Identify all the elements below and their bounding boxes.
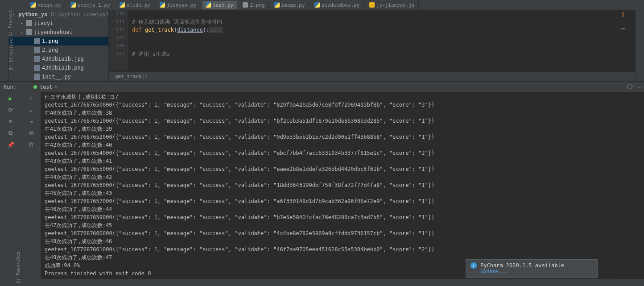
soft-wrap-icon[interactable]: ⇥ <box>28 118 35 125</box>
editor-tab[interactable]: image.py <box>271 1 309 9</box>
code-comment: # 调用js生成w <box>132 51 169 57</box>
notification-balloon[interactable]: i PyCharm 2020.1.5 available Update... <box>466 259 598 278</box>
console-line: geetest_1677687660000({"success": 1, "me… <box>45 229 640 237</box>
console-line: geetest_1677687661000({"success": 1, "me… <box>45 245 640 253</box>
console-line: geetest_1677687656000({"success": 1, "me… <box>45 181 640 189</box>
code-comment: # 传入缺口距离 返回轨迹和滑动时间 <box>132 19 222 25</box>
project-tree[interactable]: ▾ python_yx D:\python_code\python ▸jiaoy… <box>9 10 109 81</box>
editor-tabs: nbeqo.pyexecjs_1.pyslide.pyjianyan.pytes… <box>0 0 644 10</box>
tree-item[interactable]: 4303b1a1b.jpg <box>9 54 108 63</box>
project-name: python_yx <box>18 11 47 17</box>
function-name: get_track <box>145 27 174 33</box>
tab-label: execjs_1.py <box>78 2 110 8</box>
print-icon[interactable]: 🖶 <box>28 129 35 137</box>
tree-item[interactable]: 2.png <box>9 46 108 54</box>
code-area[interactable]: # 传入缺口距离 返回轨迹和滑动时间 def get_track(distanc… <box>128 10 635 71</box>
editor-tab[interactable]: nbeqo.py <box>27 1 65 9</box>
tree-item-label: jiaoyi <box>34 20 53 26</box>
tree-item[interactable]: ▸jiaoyi <box>9 19 108 28</box>
tab-label: js-jianyan.js <box>376 2 415 8</box>
tree-item-label: jiyanhuakuai <box>34 29 73 35</box>
console-output[interactable]: 仕ヨヲ永成切亅,成切以欸:ヨ/geetest_1677687650000({"s… <box>41 92 644 286</box>
fold-indicator[interactable]: ... <box>209 27 223 33</box>
py-file-icon <box>120 2 125 8</box>
settings-icon[interactable] <box>627 84 633 90</box>
scroll-down-icon[interactable]: ↓ <box>28 106 35 113</box>
console-line: 在45次成功了,成功次数:43 <box>45 189 640 197</box>
structure-tool-button[interactable]: 2: Structure <box>8 38 13 70</box>
tree-item[interactable]: 1.png <box>9 37 108 46</box>
tab-label: nbeqo.py <box>37 2 61 8</box>
minimap <box>621 12 625 29</box>
console-line: 仕ヨヲ永成切亅,成切以欸:ヨ/ <box>45 93 640 101</box>
editor-tab[interactable]: js-jianyan.js <box>366 1 419 9</box>
py-file-icon <box>314 2 320 8</box>
favorites-tool-button[interactable]: 2: Favorites <box>16 251 21 283</box>
editor-tab[interactable]: aesdesdoes.py <box>311 1 364 9</box>
tree-item[interactable]: 4303b1a1b.png <box>9 63 108 72</box>
bottom-tool-strip: 2: Favorites <box>0 279 644 286</box>
close-icon[interactable]: × <box>54 84 57 89</box>
project-tool-button[interactable]: 1: Project <box>8 9 12 36</box>
info-icon: i <box>471 262 477 269</box>
py-file-icon <box>30 2 36 8</box>
tab-label: test.py <box>213 2 233 8</box>
up-icon[interactable]: ⟳ <box>7 106 14 113</box>
dir-icon <box>26 20 32 26</box>
layout-icon[interactable]: ⧉ <box>7 129 14 137</box>
img-icon <box>34 47 40 53</box>
rerun-icon[interactable]: ▶ <box>7 95 14 102</box>
clear-icon[interactable]: 🗑 <box>28 141 35 148</box>
line-number: 110 <box>109 10 125 18</box>
tree-twisty-icon: ▾ <box>21 30 24 34</box>
stop-icon[interactable]: ≡ <box>7 118 14 125</box>
tree-item-label: init__.py <box>42 74 71 80</box>
tab-label: aesdesdoes.py <box>322 2 360 8</box>
line-number: 112 <box>109 26 125 34</box>
editor-tab[interactable]: jianyan.py <box>156 1 200 9</box>
console-line: 在42次成功了,成功次数:40 <box>45 141 640 149</box>
tree-root[interactable]: ▾ python_yx D:\python_code\python <box>9 10 108 19</box>
console-line: geetest_1677687655000({"success": 1, "me… <box>45 165 640 173</box>
img-icon <box>34 56 40 62</box>
run-config-name[interactable]: test <box>40 84 53 90</box>
console-line: geetest_1677687650000({"success": 1, "me… <box>45 101 640 109</box>
right-tool-strip: SciView Database <box>635 10 644 81</box>
dir-icon <box>26 29 32 35</box>
tab-label: 2.png <box>250 2 264 8</box>
console-line: geetest_1677687654000({"success": 1, "me… <box>45 149 640 157</box>
img-icon <box>34 65 40 71</box>
tree-item[interactable]: ▾jiyanhuakuai <box>9 28 108 37</box>
editor-tab[interactable]: test.py <box>202 1 237 9</box>
js-file-icon <box>369 2 375 8</box>
scroll-up-icon[interactable]: ↑ <box>28 95 35 102</box>
png-file-icon <box>243 2 248 8</box>
notification-title: PyCharm 2020.1.5 available <box>480 262 564 269</box>
console-line: geetest_1677687651000({"success": 1, "me… <box>45 117 640 125</box>
run-toolbar-secondary: ↑ ↓ ⇥ 🖶 🗑 <box>21 92 41 286</box>
pin-icon[interactable]: 📌 <box>7 141 14 148</box>
py-file-icon <box>160 2 165 8</box>
img-icon <box>34 38 40 44</box>
editor[interactable]: 110111112145146147 # 传入缺口距离 返回轨迹和滑动时间 de… <box>109 10 635 81</box>
tab-label: jianyan.py <box>167 2 196 8</box>
editor-tab[interactable]: slide.py <box>116 1 154 9</box>
project-path: D:\python_code\python <box>51 11 109 17</box>
console-line: 在47次成功了,成功次数:45 <box>45 221 640 229</box>
run-label: Run: <box>4 84 17 90</box>
tree-twisty-icon: ▸ <box>21 21 24 25</box>
tree-item[interactable]: init__.py <box>9 72 108 81</box>
run-config-icon <box>33 85 37 89</box>
parameter: distance <box>177 27 203 33</box>
breadcrumb[interactable]: get_track() <box>109 71 635 81</box>
editor-tab[interactable]: execjs_1.py <box>67 1 114 9</box>
py-file-icon <box>274 2 280 8</box>
tab-label: slide.py <box>127 2 150 8</box>
keyword-def: def <box>132 27 145 33</box>
notification-link[interactable]: Update... <box>480 269 564 274</box>
minimize-icon[interactable]: — <box>638 84 644 90</box>
line-number: 145 <box>109 34 125 42</box>
run-tool-header: Run: test × — <box>0 81 644 92</box>
editor-tab[interactable]: 2.png <box>239 1 268 9</box>
tree-item-label: 4303b1a1b.png <box>42 65 84 71</box>
